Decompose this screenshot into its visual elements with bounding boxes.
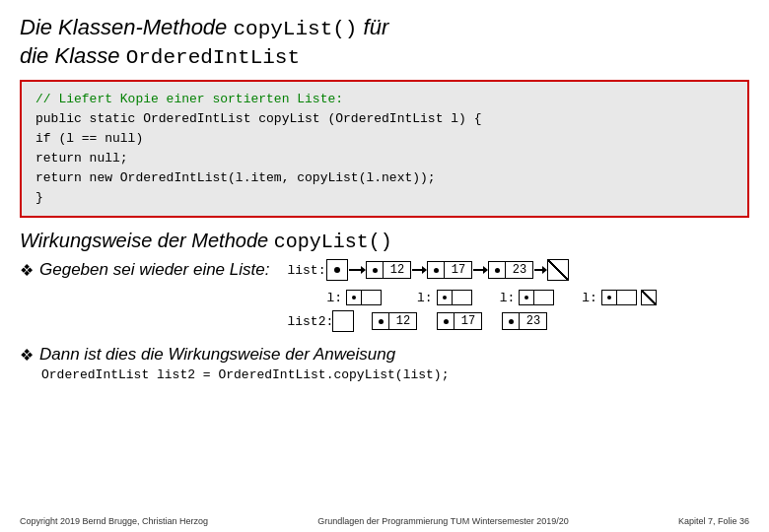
node-17: 17	[427, 261, 472, 279]
node2-17-val: 17	[454, 312, 482, 330]
list2-row: list2: 12 17 23	[287, 310, 656, 332]
arrow-2	[473, 269, 487, 271]
page: Die Klassen-Methode copyList() für die K…	[0, 0, 769, 532]
l-val-2	[453, 290, 472, 305]
null-slash-1	[547, 259, 569, 281]
bullet1-text: Gegeben sei wieder eine Liste:	[39, 260, 269, 280]
l-rows: l: l: l: l:	[287, 290, 656, 305]
node-23: 23	[488, 261, 533, 279]
node2-23-ptr	[502, 312, 520, 330]
node12-ptr	[366, 261, 384, 279]
bullet2-row: ❖ Dann ist dies die Wirkungsweise der An…	[20, 344, 749, 365]
node17-ptr	[427, 261, 445, 279]
footer-right: Kapitel 7, Folie 36	[678, 516, 749, 526]
code-line-3: if (l == null)	[35, 129, 734, 149]
node-12: 12	[366, 261, 411, 279]
node17-val: 17	[445, 261, 472, 279]
bullet1-row: ❖ Gegeben sei wieder eine Liste:	[20, 259, 269, 280]
l-ptr-2	[437, 290, 453, 305]
node2-17: 17	[437, 312, 482, 330]
code-bottom: OrderedIntList list2 = OrderedIntList.co…	[41, 367, 749, 382]
bottom-section: ❖ Dann ist dies die Wirkungsweise der An…	[20, 344, 749, 382]
code-line-1: // Liefert Kopie einer sortierten Liste:	[35, 90, 734, 109]
footer-left: Copyright 2019 Bernd Brugge, Christian H…	[20, 516, 208, 526]
l-ptr-3	[519, 290, 534, 305]
list-row: list: 12 17	[287, 259, 656, 281]
node2-23-val: 23	[520, 312, 547, 330]
arrow-1	[412, 269, 426, 271]
l-slash-4	[641, 290, 657, 305]
node2-12-ptr	[372, 312, 389, 330]
l-label-1: l:	[326, 291, 342, 305]
section2-prefix: Wirkungsweise der Methode	[20, 230, 274, 251]
list2-label: list2:	[287, 314, 328, 329]
arrow-3	[534, 269, 546, 271]
footer-center: Grundlagen der Programmierung TUM Winter…	[317, 516, 568, 526]
l-val-1	[362, 290, 382, 305]
title-mono1: copyList()	[233, 18, 357, 40]
footer: Copyright 2019 Bernd Brugge, Christian H…	[20, 516, 749, 526]
title-mono2: OrderedIntList	[126, 46, 300, 69]
l-label-2: l:	[417, 291, 433, 305]
section2-mono: copyList()	[274, 231, 392, 253]
title-fuer: für	[357, 15, 388, 39]
list-label: list:	[287, 263, 322, 278]
bullet1-diamond: ❖	[20, 261, 34, 280]
arrow-0	[349, 269, 365, 271]
code-line-4: return null;	[35, 149, 734, 168]
code-line-5: return new OrderedIntList(l.item, copyLi…	[35, 168, 734, 188]
list2-ptr-cell	[332, 310, 354, 332]
l-val-3	[534, 290, 554, 305]
l-val-4	[617, 290, 637, 305]
section2-title: Wirkungsweise der Methode copyList()	[20, 230, 749, 253]
l-node-1	[346, 290, 382, 305]
node2-17-ptr	[437, 312, 454, 330]
l-ptr-4	[601, 290, 617, 305]
code-block: // Liefert Kopie einer sortierten Liste:…	[20, 80, 749, 219]
bullet2-text: Dann ist dies die Wirkungsweise der Anwe…	[39, 345, 395, 365]
title-prefix: Die Klassen-Methode	[20, 15, 233, 39]
node12-val: 12	[384, 261, 411, 279]
l-ptr-1	[346, 290, 362, 305]
code-line-2: public static OrderedIntList copyList (O…	[35, 109, 734, 129]
l-node-2	[437, 290, 472, 305]
code-line-6: }	[35, 188, 734, 208]
node2-23: 23	[502, 312, 547, 330]
node2-12-val: 12	[389, 312, 417, 330]
l-label-3: l:	[500, 291, 516, 305]
l-node-3	[519, 290, 554, 305]
node2-12: 12	[372, 312, 417, 330]
list-ptr-cell	[326, 259, 348, 281]
bullet2-diamond: ❖	[20, 346, 34, 365]
title-prefix2: die Klasse	[20, 43, 126, 68]
l-node-4	[601, 290, 637, 305]
page-title: Die Klassen-Methode copyList() für die K…	[20, 14, 749, 72]
node23-val: 23	[506, 261, 533, 279]
node23-ptr	[488, 261, 506, 279]
l-label-4: l:	[582, 291, 597, 305]
